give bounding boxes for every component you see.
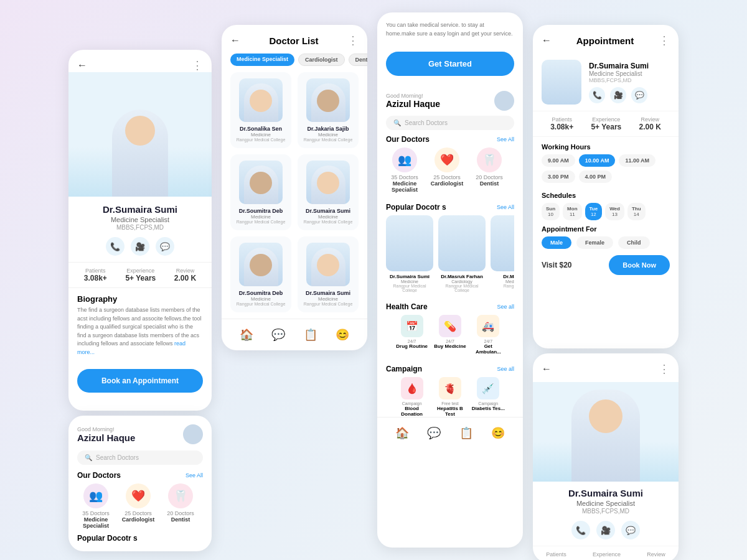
doctor-card-spec: Medicine: [235, 132, 286, 138]
list-item[interactable]: Dr.Sumaira Sumi Medicine Rangpur Medical…: [298, 236, 359, 312]
medicine-icon: 👥: [83, 483, 108, 508]
specialty-medicine[interactable]: 👥 35 Doctors Medicine Specialist: [77, 483, 115, 529]
home-see-all-campaign[interactable]: See all: [497, 366, 514, 372]
appt-chat-icon[interactable]: 💬: [631, 87, 647, 103]
book-appointment-button[interactable]: Book an Appointment: [77, 369, 203, 393]
get-started-button[interactable]: Get Started: [386, 52, 514, 76]
back-button[interactable]: ←: [77, 60, 87, 71]
campaign-diabetes[interactable]: 💉 Campaign Diabetis Tes...: [471, 377, 505, 417]
home-greeting: Good Morning!: [386, 93, 440, 99]
appt-video-icon[interactable]: 🎥: [610, 87, 626, 103]
slot-9am[interactable]: 9.00 AM: [542, 154, 575, 167]
see-all-doctors[interactable]: See All: [186, 472, 203, 478]
af-title: Appointment For: [542, 225, 670, 233]
slot-4pm[interactable]: 4.00 PM: [579, 170, 613, 183]
sch-thu[interactable]: Thu 14: [627, 203, 646, 220]
sch-mon[interactable]: Mon 11: [563, 203, 581, 220]
home-profile-icon[interactable]: 😊: [491, 426, 505, 440]
chat-icon[interactable]: 💬: [156, 237, 174, 256]
card6-header: ← ⋮: [533, 353, 679, 382]
calendar-nav-icon[interactable]: 📋: [304, 328, 317, 342]
more-button-2[interactable]: ⋮: [347, 34, 359, 47]
list-item[interactable]: Dr.Sonalika Sen Medicine Rangpur Medical…: [230, 72, 291, 148]
chat-nav-icon[interactable]: 💬: [271, 328, 285, 342]
list-item[interactable]: Dr.Sumaira Sumi Medicine Rangpur Medical…: [386, 215, 433, 292]
card6-back-button[interactable]: ←: [542, 363, 552, 375]
home-search-bar[interactable]: 🔍 Search Doctors: [386, 116, 514, 130]
chip-dentist[interactable]: Dentist: [349, 54, 367, 66]
chip-medicine[interactable]: Medicine Specialist: [230, 54, 294, 66]
appt-title: Appointment: [552, 35, 659, 46]
home-nav-icon[interactable]: 🏠: [395, 426, 409, 440]
home-see-all-docs[interactable]: See All: [497, 136, 514, 142]
appt-doctor-spec: Medicine Specialist: [589, 70, 670, 77]
list-item[interactable]: Dr.Masruk Farhan Cardiology Rangpur Medi…: [438, 215, 486, 292]
af-female-button[interactable]: Female: [576, 236, 613, 249]
list-item[interactable]: Dr.Soumitra Deb Medicine Rangpur Medical…: [230, 236, 291, 312]
profile-nav-icon[interactable]: 😊: [336, 328, 349, 342]
home-specialty-cardio[interactable]: ❤️ 25 Doctors Cardiologist: [428, 147, 466, 193]
schedules: Schedules Sun 10 Mon 11 Tue 12 Wed 13: [533, 187, 679, 220]
sch-sun[interactable]: Sun 10: [542, 203, 560, 220]
card6-phone-icon[interactable]: 📞: [571, 521, 590, 539]
card6-chat-icon[interactable]: 💬: [621, 521, 640, 539]
blood-icon: 🩸: [401, 377, 423, 399]
home-chat-icon[interactable]: 💬: [427, 426, 441, 440]
af-male-button[interactable]: Male: [542, 236, 571, 249]
specialty-dentist[interactable]: 🦷 20 Doctors Dentist: [162, 483, 199, 529]
sch-tue[interactable]: Tue 12: [585, 203, 603, 220]
book-now-button[interactable]: Book Now: [609, 255, 670, 275]
back-button-2[interactable]: ←: [230, 35, 240, 46]
af-child-button[interactable]: Child: [618, 236, 650, 249]
list-item[interactable]: Dr.Masr... Medicine Rangpur M: [491, 215, 514, 292]
appt-phone-icon[interactable]: 📞: [589, 87, 605, 103]
appt-back-button[interactable]: ←: [542, 35, 552, 46]
health-item-medicine[interactable]: 💊 24/7 Buy Medicine: [433, 315, 467, 355]
chip-cardio[interactable]: Cardiologist: [298, 54, 345, 66]
campaign-hepatitis[interactable]: 🫀 Free test Hepatitis B Test: [433, 377, 467, 417]
doctor-card-name: Dr.Soumitra Deb: [235, 208, 286, 214]
appt-exp-value: 5+ Years: [591, 123, 621, 131]
campaign-blood[interactable]: 🩸 Campaign Blood Donation: [395, 377, 429, 417]
pop-doctor-hospital: Rangpur Medical College: [438, 284, 486, 292]
list-item[interactable]: Dr.Jakaria Sajib Medicine Rangpur Medica…: [298, 72, 359, 148]
cardiology-name: Cardiologist: [120, 516, 157, 523]
doctor-card-name: Dr.Soumitra Deb: [235, 290, 286, 296]
specialty-cardiology[interactable]: ❤️ 25 Doctors Cardiologist: [120, 483, 157, 529]
card6-review-stat: Review: [647, 551, 665, 558]
home-health-grid: 📅 24/7 Drug Routine 💊 24/7 Buy Medicine …: [386, 315, 514, 355]
card6-more-button[interactable]: ⋮: [659, 362, 670, 376]
home-doctors-title: Our Doctors: [386, 135, 430, 144]
slot-3pm[interactable]: 3.00 PM: [542, 170, 575, 183]
list-item[interactable]: Dr.Soumitra Deb Medicine Rangpur Medical…: [230, 154, 291, 230]
doctor-card-spec: Medicine: [303, 132, 354, 138]
bottom-nav: 🏠 💬 📋 😊: [222, 319, 367, 350]
list-item[interactable]: Dr.Sumaira Sumi Medicine Rangpur Medical…: [298, 154, 359, 230]
search-bar[interactable]: 🔍 Search Doctors: [77, 450, 203, 465]
home-calendar-icon[interactable]: 📋: [459, 426, 473, 440]
tue-date: 12: [590, 212, 598, 217]
phone-icon[interactable]: 📞: [106, 237, 125, 256]
appt-more-button[interactable]: ⋮: [659, 34, 670, 47]
home-see-all-popular[interactable]: See All: [497, 204, 514, 210]
appt-doctor-row: Dr.Sumaira Sumi Medicine Specialist MBBS…: [533, 54, 679, 111]
slot-10am[interactable]: 10.00 AM: [579, 154, 616, 167]
slot-11am[interactable]: 11.00 AM: [619, 154, 655, 167]
more-button[interactable]: ⋮: [192, 58, 203, 72]
home-specialty-medicine[interactable]: 👥 35 Doctors Medicine Specialist: [386, 147, 423, 193]
card6-doctor-info: Dr.Sumaira Sumi Medicine Specialist MBBS…: [533, 482, 679, 546]
home-campaign-title: Campaign: [386, 365, 422, 373]
video-icon[interactable]: 🎥: [131, 237, 149, 256]
home-cardio-name: Cardiologist: [428, 180, 466, 187]
health-item-drug[interactable]: 📅 24/7 Drug Routine: [395, 315, 429, 355]
home-specialty-dentist[interactable]: 🦷 20 Doctors Dentist: [471, 147, 508, 193]
patients-label: Patients: [84, 268, 107, 274]
doctor-card-name: Dr.Jakaria Sajib: [303, 126, 354, 132]
home-nav-icon[interactable]: 🏠: [240, 328, 253, 342]
health-item-ambulance[interactable]: 🚑 24/7 Get Ambulan...: [471, 315, 505, 355]
doctor-card-photo: [239, 78, 283, 122]
home-see-all-health[interactable]: See all: [497, 304, 514, 310]
card6-video-icon[interactable]: 🎥: [596, 521, 615, 539]
sch-wed[interactable]: Wed 13: [605, 203, 624, 220]
appt-patients-stat: Patients 3.08k+: [550, 116, 573, 131]
